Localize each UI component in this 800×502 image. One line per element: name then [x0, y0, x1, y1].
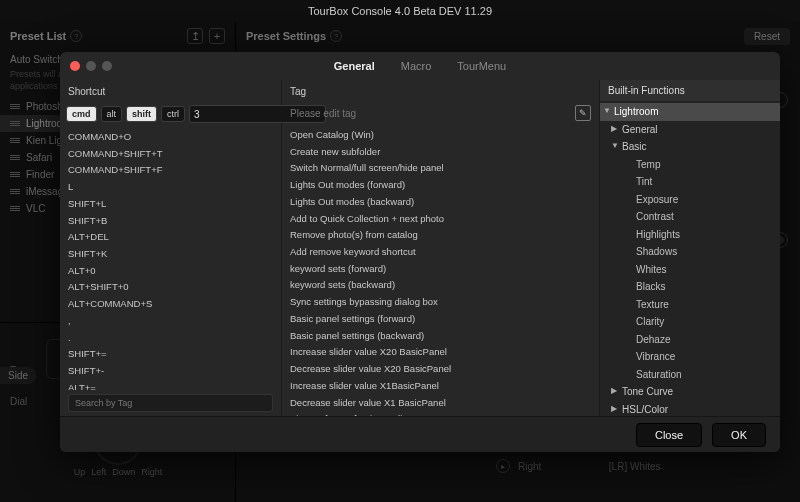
shortcut-row[interactable]: ALT+SHIFT+0: [60, 279, 281, 296]
tree-group[interactable]: ▶Tone Curve: [600, 383, 780, 401]
tree-leaf[interactable]: Exposure: [600, 191, 780, 209]
tag-input[interactable]: [290, 108, 569, 119]
shortcut-row[interactable]: SHIFT+-: [60, 363, 281, 380]
app-title-bar: TourBox Console 4.0 Beta DEV 11.29: [0, 0, 800, 22]
shortcut-row[interactable]: ALT+=: [60, 380, 281, 390]
tree-root[interactable]: ▼Lightroom: [600, 103, 780, 121]
tag-row[interactable]: Open Catalog (Win): [282, 127, 599, 144]
chevron-down-icon: ▼: [611, 140, 619, 152]
shortcut-row[interactable]: ,: [60, 313, 281, 330]
tree-leaf[interactable]: Whites: [600, 261, 780, 279]
tree-leaf[interactable]: Temp: [600, 156, 780, 174]
tag-column: Tag ✎ Open Catalog (Win)Create new subfo…: [282, 80, 600, 416]
shortcut-row[interactable]: SHIFT+B: [60, 213, 281, 230]
shortcut-list[interactable]: COMMAND+OCOMMAND+SHIFT+TCOMMAND+SHIFT+FL…: [60, 129, 281, 390]
tree-leaf[interactable]: Texture: [600, 296, 780, 314]
tag-row[interactable]: Sync settings bypassing dialog box: [282, 294, 599, 311]
tree-group[interactable]: ▶General: [600, 121, 780, 139]
shortcut-header: Shortcut: [60, 80, 281, 101]
modifier-key-row: cmd alt shift ctrl: [60, 101, 281, 129]
tag-row[interactable]: Lights Out modes (backward): [282, 194, 599, 211]
shortcut-column: Shortcut cmd alt shift ctrl COMMAND+OCOM…: [60, 80, 282, 416]
modal-tabs: GeneralMacroTourMenu: [60, 54, 780, 78]
chevron-right-icon: ▶: [611, 123, 617, 135]
shortcut-row[interactable]: ALT+0: [60, 263, 281, 280]
tree-leaf[interactable]: Tint: [600, 173, 780, 191]
tree-leaf[interactable]: Dehaze: [600, 331, 780, 349]
tag-row[interactable]: Remove photo(s) from catalog: [282, 227, 599, 244]
tree-leaf[interactable]: Shadows: [600, 243, 780, 261]
shortcut-row[interactable]: COMMAND+SHIFT+F: [60, 162, 281, 179]
tag-row[interactable]: Basic panel settings (forward): [282, 311, 599, 328]
shortcut-row[interactable]: ALT+COMMAND+S: [60, 296, 281, 313]
functions-column: Built-in Functions ▼Lightroom▶General▼Ba…: [600, 80, 780, 416]
tag-row[interactable]: Lights Out modes (forward): [282, 177, 599, 194]
chevron-down-icon: ▼: [603, 105, 611, 117]
shortcut-row[interactable]: L: [60, 179, 281, 196]
ok-button[interactable]: OK: [712, 423, 766, 447]
shortcut-row[interactable]: SHIFT+K: [60, 246, 281, 263]
tag-row[interactable]: Decrease slider value X20 BasicPanel: [282, 361, 599, 378]
app-title: TourBox Console 4.0 Beta DEV 11.29: [308, 5, 492, 17]
tag-row[interactable]: Decrease slider value X1 BasicPanel: [282, 395, 599, 412]
tag-row[interactable]: Increase slider value X1BasicPanel: [282, 378, 599, 395]
modal-footer: Close OK: [60, 416, 780, 452]
tag-row[interactable]: Switch Normal/full screen/hide panel: [282, 160, 599, 177]
tree-group[interactable]: ▶HSL/Color: [600, 401, 780, 417]
shortcut-row[interactable]: ALT+DEL: [60, 229, 281, 246]
tree-leaf[interactable]: Blacks: [600, 278, 780, 296]
tree-leaf[interactable]: Contrast: [600, 208, 780, 226]
tree-leaf[interactable]: Highlights: [600, 226, 780, 244]
tree-leaf[interactable]: Saturation: [600, 366, 780, 384]
tab-general[interactable]: General: [332, 54, 377, 78]
tag-row[interactable]: Create new subfolder: [282, 144, 599, 161]
key-shift[interactable]: shift: [126, 106, 157, 122]
tag-row[interactable]: keyword sets (forward): [282, 261, 599, 278]
tag-row[interactable]: Basic panel settings (backward): [282, 328, 599, 345]
tree-leaf[interactable]: Vibrance: [600, 348, 780, 366]
key-cmd[interactable]: cmd: [66, 106, 97, 122]
tag-row[interactable]: Increase slider value X20 BasicPanel: [282, 344, 599, 361]
key-ctrl[interactable]: ctrl: [161, 106, 185, 122]
shortcut-row[interactable]: COMMAND+O: [60, 129, 281, 146]
tag-row[interactable]: Add remove keyword shortcut: [282, 244, 599, 261]
key-alt[interactable]: alt: [101, 106, 123, 122]
search-input[interactable]: [68, 394, 273, 412]
tab-tourmenu[interactable]: TourMenu: [455, 54, 508, 78]
functions-tree[interactable]: ▼Lightroom▶General▼BasicTempTintExposure…: [600, 101, 780, 416]
tag-row[interactable]: keyword sets (backward): [282, 277, 599, 294]
edit-icon[interactable]: ✎: [575, 105, 591, 121]
chevron-right-icon: ▶: [611, 385, 617, 397]
modal-titlebar: GeneralMacroTourMenu: [60, 52, 780, 80]
tag-header: Tag: [282, 80, 599, 101]
shortcut-row[interactable]: .: [60, 330, 281, 347]
shortcut-modal: GeneralMacroTourMenu Shortcut cmd alt sh…: [60, 52, 780, 452]
shortcut-row[interactable]: COMMAND+SHIFT+T: [60, 146, 281, 163]
chevron-right-icon: ▶: [611, 403, 617, 415]
close-button[interactable]: Close: [636, 423, 702, 447]
tag-row[interactable]: Add to Quick Collection + next photo: [282, 211, 599, 228]
tree-leaf[interactable]: Clarity: [600, 313, 780, 331]
tab-macro[interactable]: Macro: [399, 54, 434, 78]
shortcut-row[interactable]: SHIFT+L: [60, 196, 281, 213]
functions-header: Built-in Functions: [600, 80, 780, 101]
shortcut-row[interactable]: SHIFT+=: [60, 346, 281, 363]
tree-group[interactable]: ▼Basic: [600, 138, 780, 156]
tag-list[interactable]: Open Catalog (Win)Create new subfolderSw…: [282, 127, 599, 416]
